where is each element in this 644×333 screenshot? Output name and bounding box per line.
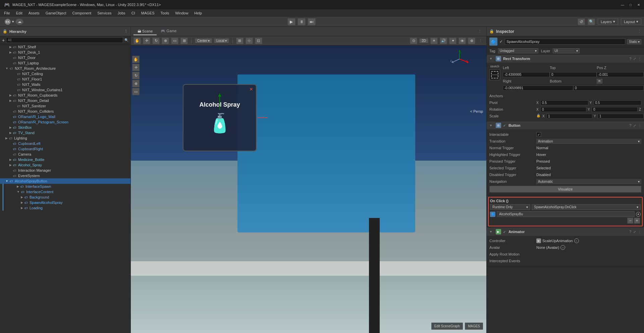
menu-tools[interactable]: Tools [158,10,172,16]
remove-onclick-button[interactable]: − [627,218,633,224]
interactable-checkbox[interactable]: ✓ [536,132,541,137]
local-toggle[interactable]: Local ▾ [214,38,229,43]
button-overflow[interactable]: ⋮ [638,124,641,127]
hierarchy-item-orama-pictogram[interactable]: 🏷ORamaVR_Pictogram_Screen [0,119,130,125]
pause-button[interactable]: ⏸ [298,18,306,25]
navigation-select[interactable]: Automatic ▾ [536,179,641,184]
gizmo-btn[interactable]: ⊛ [468,38,475,44]
hierarchy-search-input[interactable] [6,37,123,43]
menu-help[interactable]: Help [192,10,205,16]
tab-scene[interactable]: 🏔 Scene [133,28,157,35]
on-click-circle-button[interactable]: ● [636,212,641,217]
tab-game[interactable]: 🎮 Game [157,27,180,35]
undo-button[interactable]: ↺ [578,18,585,25]
hierarchy-item-lighting[interactable]: ▶🏷Lighting [0,135,130,141]
hierarchy-item-orama-logo[interactable]: 🏷ORamaVR_Logo_Wall [0,114,130,119]
hierarchy-item-skinbox[interactable]: ▶🏷SkinBox [0,125,130,130]
fx-toggle[interactable]: ✦ [449,38,457,44]
runtime-only-dropdown[interactable]: Runtime Only ▾ [490,204,530,210]
hierarchy-item-alcohol-spray[interactable]: ▶🏷Alcohol_Spray [0,162,130,168]
hierarchy-item-nxt-room-detail[interactable]: ▶🏷NXT_Room_Detail [0,98,130,103]
hierarchy-item-background[interactable]: ▶🏷Background [3,195,130,200]
hierarchy-item-nxt-shelf[interactable]: ▶🏷NXT_Shelf [0,44,130,50]
hierarchy-item-cupboard-left[interactable]: 🏷CupboardLeft [0,141,130,146]
scene-nav-scale[interactable]: ⊕ [132,80,140,87]
animator-help[interactable]: ? [629,230,631,234]
rect-right-field[interactable] [503,86,573,91]
hierarchy-item-spawn-alcohol-spray[interactable]: ▶🏷SpawnAlcoholSpray [3,200,130,205]
scene-nav-rect[interactable]: ▭ [132,88,140,95]
rect-transform-help[interactable]: ? [629,57,631,61]
animator-overflow[interactable]: ⋮ [638,230,641,234]
menu-gameobject[interactable]: GameObject [43,10,69,16]
object-name-field[interactable] [505,39,625,45]
scene-more-button[interactable]: ⋮ [476,29,484,34]
scene-nav-move[interactable]: ✛ [132,64,140,71]
hierarchy-item-nxt-door[interactable]: 🏷NXT_Door [0,55,130,60]
scene-view-btn[interactable]: 👁 [459,38,466,44]
animator-section-header[interactable]: ▼ ▶ ✓ Animator ? ⤢ ⋮ [487,228,644,236]
hierarchy-item-tv-stand[interactable]: ▶🏷TV_Stand [0,130,130,135]
hierarchy-item-alcoholspray-button[interactable]: ▼🏷AlcoholSprayButton [0,178,130,184]
hierarchy-item-nxt-walls[interactable]: 🏷NXT_Walls [0,82,130,87]
menu-jobs[interactable]: Jobs [115,10,128,16]
layer-select[interactable]: UI ▾ [553,48,580,53]
hierarchy-item-interaction-manager[interactable]: 🏷Interaction Manager [0,168,130,173]
2d-toggle[interactable]: 2D [419,38,428,43]
hand-tool[interactable]: ✋ [133,38,141,44]
hierarchy-item-nxt-sanitizer[interactable]: 🏷NXT_Sanitizer [0,103,130,109]
function-name-dropdown[interactable]: SpawnAlcoholSpray.OnClick ▾ [532,204,641,210]
rect-transform-settings[interactable]: ⤢ [633,57,636,61]
maximize-button[interactable]: □ [628,2,633,7]
grid-icon[interactable]: ⊞ [236,38,244,44]
button-help[interactable]: ? [629,124,631,127]
on-click-object-field[interactable]: AlcoholSprayBu [497,211,635,217]
step-button[interactable]: ⏭ [308,18,316,25]
menu-services[interactable]: Services [95,10,114,16]
hierarchy-overflow[interactable]: ⋮ [124,29,128,34]
play-button[interactable]: ▶ [287,18,296,25]
rect-transform-header[interactable]: ▼ ⊞ Rect Transform ? ⤢ ⋮ [487,55,644,63]
controller-circle-btn[interactable]: ○ [574,238,579,243]
visualize-button[interactable]: Visualize [489,186,641,192]
center-toggle[interactable]: Center ▾ [195,38,212,43]
layers-dropdown[interactable]: Layers ▾ [598,18,618,25]
rect-left-field[interactable] [503,72,550,77]
audio-toggle[interactable]: 🔊 [440,38,447,44]
object-active-checkbox[interactable]: ✓ [499,39,503,44]
hierarchy-item-nxt-room-colliders[interactable]: 🏷NXT_Room_Colliders [0,109,130,114]
rect-tool[interactable]: ▭ [171,38,178,44]
menu-ci[interactable]: CI [129,10,138,16]
search-button[interactable]: 🔍 [588,18,595,25]
rect-transform-overflow[interactable]: ⋮ [638,57,641,61]
scene-viewport[interactable]: Alcohol Spray 🧴 ✕ < Persp ✋ [131,46,486,333]
hierarchy-item-nxt-window[interactable]: 🏷NXT_Window_Curtains1 [0,87,130,93]
edit-scene-graph-button[interactable]: Edit SceneGraph [431,323,463,330]
inspector-overflow[interactable]: ⋮ [638,29,641,34]
hierarchy-item-nxt-desk[interactable]: ▶🏷NXT_Desk_1 [0,50,130,55]
scene-overflow[interactable]: ⋮ [477,39,484,43]
hierarchy-item-nxt-laptop[interactable]: 🏷NXT_Laptop [0,60,130,66]
snap-icon[interactable]: ⊹ [246,38,253,44]
animator-enabled-checkbox[interactable]: ✓ [503,230,506,234]
rot-x-input[interactable] [540,107,586,112]
render-icon[interactable]: ⊡ [255,38,262,44]
hierarchy-item-interface-spawn[interactable]: ▶🏷InterfaceSpawn [3,184,130,189]
add-hierarchy-button[interactable]: + [2,38,5,43]
hierarchy-item-nxt-room-arch[interactable]: ▼🏷NXT_Room_Architecture [0,66,130,71]
button-section-header[interactable]: ▼ ⊞ ✓ Button ? ⤢ ⋮ [487,121,644,129]
scale-y-input[interactable] [598,114,644,119]
static-dropdown[interactable]: Static ▾ [627,39,641,44]
rotate-tool[interactable]: ↻ [152,38,160,44]
rect-bottom-field[interactable] [573,86,644,91]
scene-nav-hand[interactable]: ✋ [132,56,140,63]
spray-card-close[interactable]: ✕ [249,87,253,92]
transition-select[interactable]: Animation ▾ [536,139,641,144]
animator-settings[interactable]: ⤢ [633,230,636,234]
pivot-x-input[interactable] [540,100,588,105]
minimize-button[interactable]: — [620,2,625,7]
hierarchy-item-medicine[interactable]: ▶🏷Medicine_Bottle [0,157,130,162]
transform-tool[interactable]: ⊞ [180,38,188,44]
menu-component[interactable]: Component [69,10,94,16]
rect-posz-field[interactable] [597,72,644,77]
